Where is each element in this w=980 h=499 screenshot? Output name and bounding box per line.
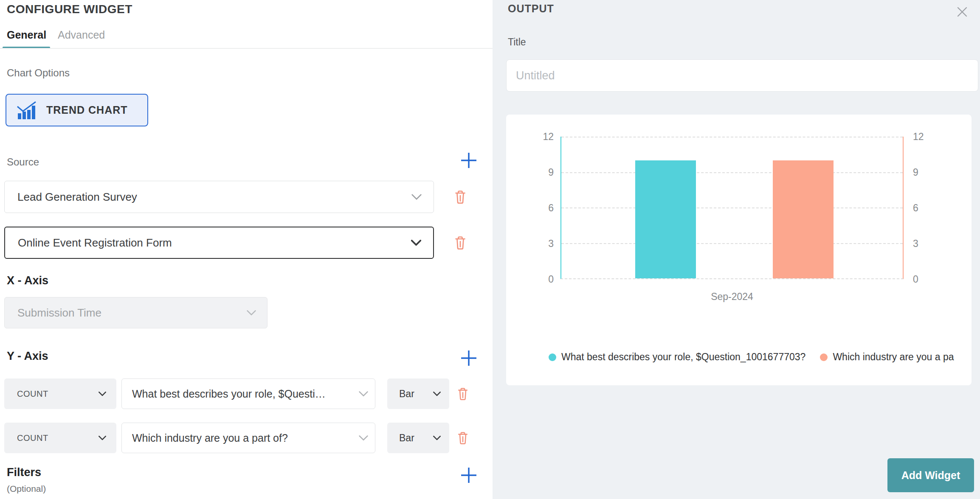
y2-type-select[interactable]: Bar xyxy=(387,423,449,453)
tab-general[interactable]: General xyxy=(7,29,46,41)
y2-aggregate-select[interactable]: COUNT xyxy=(4,423,116,453)
y-tick-label: 3 xyxy=(527,238,554,250)
bar-series-0 xyxy=(635,160,696,278)
output-panel: OUTPUT Title 129630 129630 Sep-2024 What… xyxy=(493,0,980,499)
source-select-1[interactable]: Lead Generation Survey xyxy=(4,181,434,213)
y2-aggregate-value: COUNT xyxy=(4,433,48,443)
chevron-down-icon xyxy=(247,310,256,316)
x-axis-label: X - Axis xyxy=(7,274,48,287)
legend-item: Which industry are you a pa xyxy=(820,351,954,363)
y2-field-value: Which industry are you a part of? xyxy=(122,432,288,444)
chevron-down-icon xyxy=(99,392,106,396)
delete-y1-button[interactable] xyxy=(453,384,472,404)
trash-icon xyxy=(454,190,467,204)
filters-optional-label: (Optional) xyxy=(7,484,46,494)
y1-field-select[interactable]: What best describes your role, $Questi… xyxy=(121,378,375,409)
source-select-1-value: Lead Generation Survey xyxy=(5,191,137,204)
y-tick-label: 12 xyxy=(527,131,554,143)
chevron-down-icon xyxy=(411,240,421,246)
output-title: OUTPUT xyxy=(508,3,554,15)
plus-icon xyxy=(459,466,478,485)
configure-panel: CONFIGURE WIDGET General Advanced Chart … xyxy=(0,0,493,499)
bar-series-1 xyxy=(773,160,834,278)
filters-label: Filters xyxy=(7,466,41,479)
chevron-down-icon xyxy=(433,392,441,396)
chevron-down-icon xyxy=(433,436,441,440)
y1-aggregate-select[interactable]: COUNT xyxy=(4,378,116,409)
y1-type-value: Bar xyxy=(387,388,414,400)
y1-field-value: What best describes your role, $Questi… xyxy=(122,388,326,400)
source-select-2-value: Online Event Registration Form xyxy=(5,236,172,250)
close-button[interactable] xyxy=(955,4,970,20)
trash-icon xyxy=(454,235,467,250)
legend-dot-icon xyxy=(549,353,556,361)
title-input[interactable] xyxy=(506,59,978,92)
chevron-down-icon xyxy=(411,194,422,200)
delete-source-1-button[interactable] xyxy=(451,187,470,207)
source-label: Source xyxy=(7,156,39,168)
y-tick-label: 0 xyxy=(527,274,554,285)
title-field-label: Title xyxy=(508,36,526,48)
delete-source-2-button[interactable] xyxy=(451,233,470,253)
y-tick-label: 3 xyxy=(913,238,940,250)
legend-label: What best describes your role, $Question… xyxy=(561,351,805,363)
legend-label: Which industry are you a pa xyxy=(833,351,954,363)
y-tick-label: 12 xyxy=(913,131,940,143)
add-widget-button[interactable]: Add Widget xyxy=(887,458,974,492)
add-source-button[interactable] xyxy=(459,150,479,171)
configure-widget-screen: CONFIGURE WIDGET General Advanced Chart … xyxy=(0,0,980,499)
x-axis-select-value: Submission Time xyxy=(5,306,101,320)
chevron-down-icon xyxy=(359,391,368,397)
trash-icon xyxy=(457,387,469,401)
trend-chart-icon xyxy=(17,101,37,120)
legend-item: What best describes your role, $Question… xyxy=(549,351,805,363)
panel-title: CONFIGURE WIDGET xyxy=(7,3,132,16)
y-axis-ticks-left: 129630 xyxy=(527,137,554,279)
y-tick-label: 0 xyxy=(913,274,940,285)
y-axis-ticks-right: 129630 xyxy=(913,137,940,279)
trash-icon xyxy=(457,431,469,445)
chart-options-label: Chart Options xyxy=(7,67,70,79)
x-axis-category-label: Sep-2024 xyxy=(560,291,904,303)
chart-plot-area xyxy=(560,137,904,279)
y-tick-label: 6 xyxy=(913,202,940,214)
y1-aggregate-value: COUNT xyxy=(4,389,48,399)
y-axis-label: Y - Axis xyxy=(7,350,48,363)
plus-icon xyxy=(459,349,478,367)
legend-dot-icon xyxy=(820,353,828,361)
trend-chart-label: TREND CHART xyxy=(46,104,128,116)
tab-advanced[interactable]: Advanced xyxy=(58,29,105,41)
tabs-divider xyxy=(0,48,493,49)
close-icon xyxy=(956,6,969,18)
chevron-down-icon xyxy=(99,436,106,440)
add-filter-button[interactable] xyxy=(459,465,479,485)
y2-field-select[interactable]: Which industry are you a part of? xyxy=(121,423,375,453)
gridline xyxy=(561,243,903,244)
chart-preview-card: 129630 129630 Sep-2024 What best describ… xyxy=(506,115,972,385)
add-y-axis-button[interactable] xyxy=(459,348,479,368)
y-tick-label: 9 xyxy=(527,167,554,178)
trend-chart-button[interactable]: TREND CHART xyxy=(6,94,148,126)
plus-icon xyxy=(459,151,478,170)
source-select-2[interactable]: Online Event Registration Form xyxy=(4,227,434,259)
chart-legend: What best describes your role, $Question… xyxy=(549,351,970,363)
chevron-down-icon xyxy=(359,435,368,441)
gridline xyxy=(561,137,903,137)
y-tick-label: 9 xyxy=(913,167,940,178)
delete-y2-button[interactable] xyxy=(453,428,472,448)
y1-type-select[interactable]: Bar xyxy=(387,378,449,409)
gridline xyxy=(561,172,903,173)
x-axis-select: Submission Time xyxy=(4,297,268,328)
y2-type-value: Bar xyxy=(387,432,414,444)
y-tick-label: 6 xyxy=(527,202,554,214)
gridline xyxy=(561,207,903,208)
